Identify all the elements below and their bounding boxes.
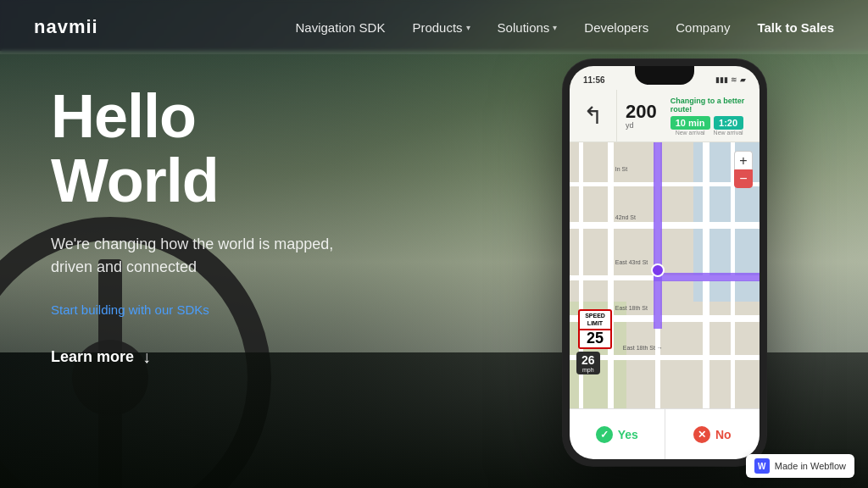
- sdk-link[interactable]: Start building with our SDKs: [51, 302, 407, 317]
- hero-title: Hello World: [51, 85, 407, 213]
- turn-arrow-icon: ↰: [583, 102, 603, 130]
- route-line-vertical: [654, 142, 662, 329]
- x-icon: ✕: [693, 426, 710, 443]
- route-time-cards: 10 min New arrival 1:20 New arrival: [670, 116, 754, 136]
- speed-limit-label: SPEEDLIMIT: [578, 309, 612, 330]
- zoom-in-button[interactable]: +: [734, 151, 753, 169]
- signal-icon: ▮▮▮: [715, 75, 728, 84]
- nav-distance: 200 yd: [617, 90, 665, 141]
- phone-time: 11:56: [583, 75, 605, 85]
- turn-direction: ↰: [570, 90, 617, 141]
- nav-item-navigation-sdk[interactable]: Navigation SDK: [296, 20, 386, 35]
- zoom-controls: + −: [734, 151, 753, 188]
- map-street: [608, 142, 614, 408]
- distance-value: 200: [626, 103, 657, 121]
- yes-button[interactable]: ✓ Yes: [570, 409, 665, 459]
- down-arrow-icon: ↓: [142, 347, 151, 367]
- street-label: 42nd St: [615, 214, 636, 220]
- phone-action-bar: ✓ Yes ✕ No: [570, 408, 760, 459]
- check-icon: ✓: [596, 426, 613, 443]
- webflow-label: Made in Webflow: [775, 461, 846, 471]
- yes-label: Yes: [618, 428, 638, 441]
- current-speed: 26 mph: [576, 352, 600, 374]
- nav-item-talk-to-sales[interactable]: Talk to Sales: [757, 20, 834, 35]
- route-position-dot: [651, 263, 665, 277]
- street-label: In St: [615, 166, 627, 172]
- no-button[interactable]: ✕ No: [665, 409, 760, 459]
- hero-subtitle: We're changing how the world is mapped, …: [51, 233, 339, 279]
- wifi-icon: ≋: [731, 75, 737, 84]
- speed-limit-sign: SPEEDLIMIT 25: [578, 309, 612, 349]
- phone-status-icons: ▮▮▮ ≋ ▰: [715, 75, 746, 84]
- distance-unit: yd: [626, 121, 657, 130]
- no-label: No: [715, 428, 732, 441]
- phone-notch: [635, 66, 694, 85]
- learn-more-label: Learn more: [51, 348, 134, 366]
- phone-mockup: 11:56 ▮▮▮ ≋ ▰ ↰ 200 yd Changing to a bet…: [546, 59, 783, 474]
- zoom-out-button[interactable]: −: [734, 169, 753, 188]
- brand-logo[interactable]: navmii: [34, 16, 98, 38]
- learn-more-button[interactable]: Learn more ↓: [51, 347, 407, 367]
- nav-links: Navigation SDK Products ▾ Solutions ▾ De…: [296, 20, 834, 35]
- webflow-icon: W: [754, 458, 770, 474]
- street-label: East 43rd St: [615, 259, 648, 265]
- nav-item-products[interactable]: Products ▾: [412, 20, 470, 35]
- chevron-down-icon: ▾: [466, 23, 470, 32]
- phone-map: In St 42nd St East 43rd St East 18th St …: [570, 142, 760, 408]
- nav-item-company[interactable]: Company: [676, 20, 730, 35]
- nav-item-developers[interactable]: Developers: [584, 20, 648, 35]
- nav-item-solutions[interactable]: Solutions ▾: [498, 20, 558, 35]
- hero-content: Hello World We're changing how the world…: [51, 85, 407, 367]
- chevron-down-icon: ▾: [553, 23, 557, 32]
- navbar: navmii Navigation SDK Products ▾ Solutio…: [0, 0, 868, 54]
- street-label: East 18th St: [615, 305, 648, 311]
- route-line-horizontal: [654, 273, 760, 281]
- speed-limit-value: 25: [578, 330, 612, 349]
- route-card-time1: 10 min New arrival: [670, 116, 710, 136]
- street-label: East 18th St →: [623, 345, 663, 351]
- webflow-badge[interactable]: W Made in Webflow: [746, 454, 854, 478]
- phone-frame: 11:56 ▮▮▮ ≋ ▰ ↰ 200 yd Changing to a bet…: [563, 59, 766, 466]
- route-prompt: Changing to a better route!: [670, 97, 754, 114]
- route-card-time2: 1:20 New arrival: [714, 116, 743, 136]
- battery-icon: ▰: [740, 75, 746, 84]
- turn-by-turn-header: ↰ 200 yd Changing to a better route! 10 …: [570, 90, 760, 142]
